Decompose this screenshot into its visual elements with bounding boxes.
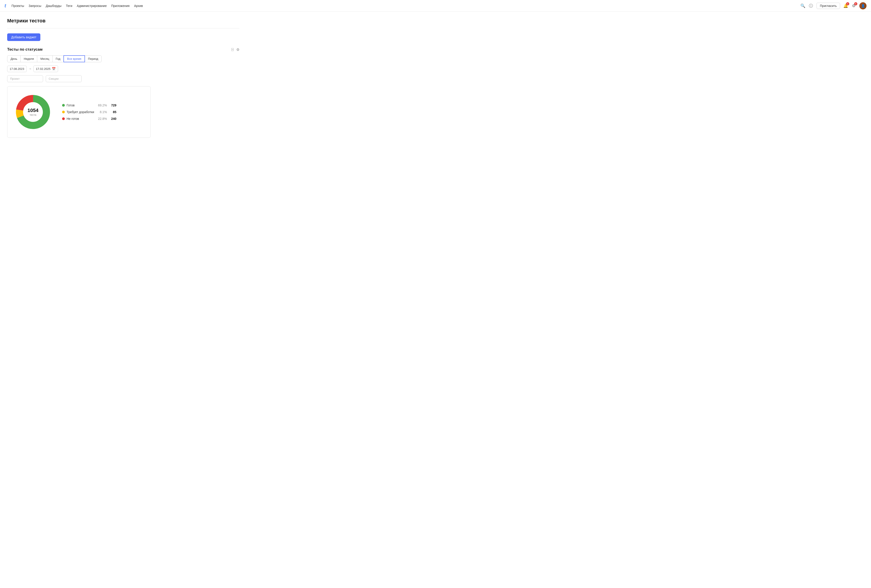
legend-count-ready: 729 [110, 103, 116, 107]
date-range: 17.08.2023 → 17.02.2025 📅 [7, 66, 239, 72]
legend-pct-not-ready: 22.8% [97, 117, 107, 121]
notification-icon[interactable]: 🔔 8 [843, 3, 848, 8]
legend-dot-needs-work [62, 110, 65, 113]
legend-count-not-ready: 240 [110, 117, 116, 121]
tab-period[interactable]: Период [85, 55, 102, 62]
nav-item-apps[interactable]: Приложения [111, 4, 130, 7]
logo[interactable]: t [4, 3, 6, 9]
time-tabs: День Неделя Месяц Год Все время Период [7, 55, 239, 62]
nav-item-projects[interactable]: Проекты [12, 4, 24, 7]
nav-item-queries[interactable]: Запросы [29, 4, 41, 7]
legend-dot-ready [62, 104, 65, 107]
widget-actions: ⍈ ⚙ [231, 48, 239, 52]
nav: Проекты Запросы Дашборды Теги Администри… [12, 4, 801, 7]
legend-dot-not-ready [62, 117, 65, 120]
main-content: Метрики тестов Добавить виджет Тесты по … [0, 12, 247, 144]
notification-badge: 8 [846, 2, 849, 5]
chart-legend: Готов 69.2% 729 Требует доработки 8.1% 8… [62, 103, 116, 121]
divider [7, 28, 239, 28]
nav-item-admin[interactable]: Администрирование [77, 4, 107, 7]
tab-day[interactable]: День [7, 55, 21, 62]
calendar-icon[interactable]: 📅 [52, 67, 55, 70]
chart-card: 1054 теста Готов 69.2% 729 Требует дораб… [7, 86, 151, 138]
add-widget-button[interactable]: Добавить виджет [7, 33, 40, 41]
donut-total: 1054 [28, 107, 39, 113]
nav-item-archive[interactable]: Архив [134, 4, 143, 7]
search-icon[interactable]: 🔍 [801, 3, 805, 8]
avatar[interactable]: 👤 [859, 2, 867, 9]
header-actions: 🔍 ⓘ Пригласить 🔔 8 ⚙ B 👤 [801, 2, 867, 9]
legend-name-not-ready: Не готов [67, 117, 96, 121]
settings-badge: B [854, 2, 858, 5]
legend-pct-needs-work: 8.1% [97, 110, 107, 114]
filter-icon[interactable]: ⍈ [231, 48, 233, 52]
date-to-value: 17.02.2025 [36, 67, 51, 70]
tab-all[interactable]: Все время [63, 55, 85, 62]
legend-item-not-ready: Не готов 22.8% 240 [62, 117, 116, 121]
settings-widget-icon[interactable]: ⚙ [236, 48, 239, 52]
widget-tests-by-status: Тесты по статусам ⍈ ⚙ День Неделя Месяц … [7, 47, 239, 138]
legend-pct-ready: 69.2% [97, 103, 107, 107]
legend-name-needs-work: Требует доработки [67, 110, 96, 114]
filter-row: Проект Секции [7, 75, 239, 82]
donut-chart: 1054 теста [13, 92, 53, 132]
project-filter[interactable]: Проект [7, 75, 43, 82]
donut-label: теста [28, 113, 39, 116]
legend-name-ready: Готов [67, 103, 96, 107]
legend-item-ready: Готов 69.2% 729 [62, 103, 116, 107]
page-title: Метрики тестов [7, 18, 239, 24]
date-to[interactable]: 17.02.2025 📅 [33, 66, 58, 72]
invite-button[interactable]: Пригласить [817, 3, 840, 9]
sections-filter[interactable]: Секции [46, 75, 82, 82]
header: t Проекты Запросы Дашборды Теги Админист… [0, 0, 871, 12]
help-icon[interactable]: ⓘ [808, 3, 813, 8]
legend-count-needs-work: 85 [110, 110, 116, 114]
date-arrow: → [28, 67, 31, 70]
settings-icon[interactable]: ⚙ B [851, 3, 856, 8]
tab-year[interactable]: Год [52, 55, 64, 62]
date-from-value: 17.08.2023 [10, 67, 24, 70]
donut-center: 1054 теста [28, 107, 39, 116]
widget-title: Тесты по статусам [7, 47, 43, 52]
tab-week[interactable]: Неделя [20, 55, 37, 62]
tab-month[interactable]: Месяц [37, 55, 52, 62]
nav-item-tags[interactable]: Теги [66, 4, 72, 7]
widget-header: Тесты по статусам ⍈ ⚙ [7, 47, 239, 52]
nav-item-dashboards[interactable]: Дашборды [46, 4, 61, 7]
date-from[interactable]: 17.08.2023 [7, 66, 27, 72]
legend-item-needs-work: Требует доработки 8.1% 85 [62, 110, 116, 114]
